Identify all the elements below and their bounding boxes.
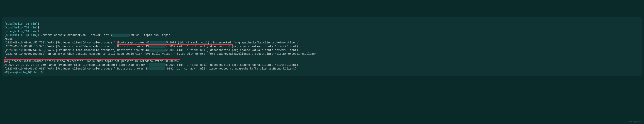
highlight-timeout-exception: org.apache.kafka.common.errors.TimeoutEx… [4, 59, 180, 63]
terminal-window[interactable]: [susu@hello_TQ1 bin]$ [susu@hello_TQ1 bi… [2, 16, 642, 76]
log-line-warn: [2023-08-10 09:03:47,001] WARN [Producer… [4, 67, 296, 70]
redacted-ip [149, 45, 165, 48]
log-line-error: [2023-08-10 09:02:50,562] ERROR Error wh… [4, 52, 316, 56]
redacted-ip [149, 64, 165, 66]
redacted-ip [112, 34, 129, 37]
command-line: [susu@hello_TQ1 bin]$ ./kafka-console-pr… [4, 34, 170, 37]
log-line-warn: [2023-08-10 09:01:57,758] WARN [Producer… [4, 41, 300, 44]
ctrl-c-indicator: ^C [4, 71, 8, 74]
log-line-warn: >[2023-08-10 09:03:18,069] WARN [Produce… [4, 64, 298, 66]
prompt-line-interrupted: ^C[susu@hello_TQ1 bin]$ [4, 71, 44, 74]
kafka-producer-command: ./kafka-console-producer.sh --broker-lis… [39, 34, 112, 37]
prompt-line: [susu@hello_TQ1 bin]$ [4, 30, 41, 33]
stdin-input: >ssss [4, 37, 13, 40]
prompt-line: [susu@hello_TQ1 bin]$ [4, 26, 41, 29]
redacted-ip [149, 48, 165, 52]
log-line-warn: [2023-08-10 09:02:49,538] WARN [Producer… [4, 48, 298, 52]
highlight-bootstrap-disconnected: Bootstrap broker 43 5:9092 (id: -1 rack:… [117, 41, 233, 44]
redacted-ip [150, 41, 166, 44]
log-line-exception: org.apache.kafka.common.errors.TimeoutEx… [4, 59, 180, 63]
command-empty [39, 22, 41, 26]
prompt-path: bin [31, 22, 36, 26]
redacted-ip [149, 67, 165, 70]
prompt-line: [susu@hello_TQ1 bin]$ [4, 22, 41, 26]
prompt-user: susu@hello_TQ1 [6, 22, 29, 26]
log-line-warn: [2023-08-10 09:02:15,979] WARN [Producer… [4, 45, 298, 48]
log-line-error-cont: ) [4, 56, 6, 59]
prompt-close: ] [36, 22, 38, 26]
